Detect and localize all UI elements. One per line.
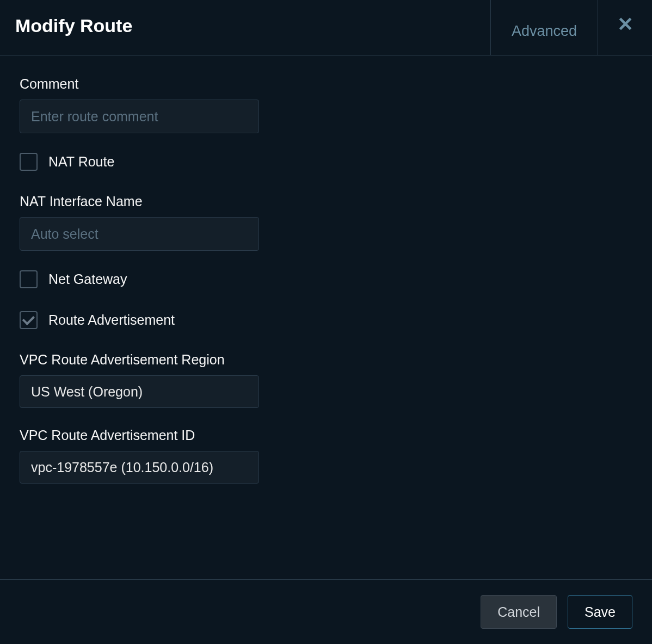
modal-footer: Cancel Save <box>0 579 652 644</box>
net-gateway-label: Net Gateway <box>48 271 127 287</box>
comment-input[interactable] <box>20 100 259 133</box>
cancel-button[interactable]: Cancel <box>481 595 557 629</box>
modal-title: Modify Route <box>0 0 490 55</box>
vpc-region-group: VPC Route Advertisement Region US West (… <box>20 352 632 408</box>
vpc-region-value: US West (Oregon) <box>31 384 143 400</box>
comment-label: Comment <box>20 76 632 92</box>
route-advertisement-row: Route Advertisement <box>20 311 632 329</box>
close-icon: ✕ <box>617 13 633 36</box>
comment-group: Comment <box>20 76 632 133</box>
vpc-id-label: VPC Route Advertisement ID <box>20 428 632 443</box>
vpc-id-value: vpc-1978557e (10.150.0.0/16) <box>31 460 213 475</box>
nat-interface-input[interactable] <box>20 217 259 251</box>
vpc-region-select[interactable]: US West (Oregon) <box>20 375 259 408</box>
close-button[interactable]: ✕ <box>598 0 652 55</box>
modal-body: Comment NAT Route NAT Interface Name Net… <box>0 55 652 579</box>
nat-interface-label: NAT Interface Name <box>20 194 632 209</box>
advanced-tab[interactable]: Advanced <box>490 0 598 55</box>
route-advertisement-label: Route Advertisement <box>48 312 175 328</box>
net-gateway-checkbox[interactable] <box>20 270 38 288</box>
modal-header: Modify Route Advanced ✕ <box>0 0 652 55</box>
vpc-id-select[interactable]: vpc-1978557e (10.150.0.0/16) <box>20 451 259 484</box>
net-gateway-row: Net Gateway <box>20 270 632 288</box>
route-advertisement-checkbox[interactable] <box>20 311 38 329</box>
nat-interface-group: NAT Interface Name <box>20 194 632 251</box>
nat-route-row: NAT Route <box>20 153 632 171</box>
vpc-id-group: VPC Route Advertisement ID vpc-1978557e … <box>20 428 632 484</box>
vpc-region-label: VPC Route Advertisement Region <box>20 352 632 368</box>
modify-route-modal: Modify Route Advanced ✕ Comment NAT Rout… <box>0 0 652 644</box>
nat-route-checkbox[interactable] <box>20 153 38 171</box>
nat-route-label: NAT Route <box>48 154 114 170</box>
save-button[interactable]: Save <box>568 595 632 629</box>
